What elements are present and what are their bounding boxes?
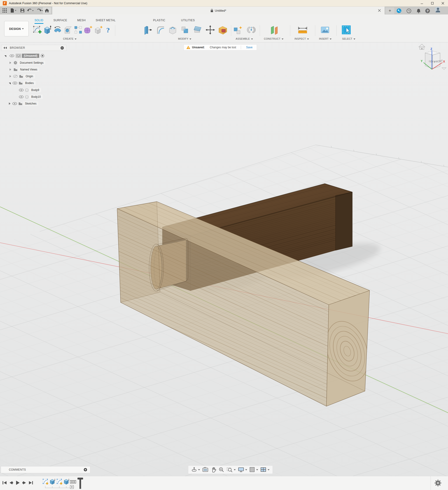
- zoom-window-icon[interactable]: [227, 467, 236, 472]
- tab-surface[interactable]: SURFACE: [53, 19, 67, 24]
- move-copy-icon[interactable]: [205, 24, 215, 36]
- preferences-gear-icon[interactable]: [434, 480, 441, 487]
- timeline-expand-group-icon[interactable]: [70, 485, 74, 489]
- row-label[interactable]: Bodies: [23, 81, 36, 85]
- collapse-panel-icon[interactable]: [3, 46, 7, 49]
- help-icon[interactable]: ?: [425, 8, 430, 14]
- close-tab-icon[interactable]: [378, 9, 381, 12]
- derive-icon[interactable]: [94, 24, 104, 36]
- browser-row-named-views[interactable]: Named Views: [9, 67, 39, 72]
- timeline-step-forward-icon[interactable]: [21, 479, 27, 487]
- row-label[interactable]: Sketches: [23, 102, 38, 106]
- look-at-icon[interactable]: [202, 467, 208, 472]
- pan-icon[interactable]: [211, 467, 216, 472]
- group-construct[interactable]: CONSTRUCT: [264, 37, 283, 40]
- visibility-eye-icon[interactable]: [19, 96, 24, 98]
- joint-icon[interactable]: [246, 24, 256, 36]
- revolve-icon[interactable]: [53, 24, 62, 36]
- notifications-icon[interactable]: [416, 8, 422, 14]
- panel-options-icon[interactable]: [61, 46, 64, 50]
- tab-sheet-metal[interactable]: SHEET METAL: [96, 19, 116, 24]
- avatar[interactable]: [434, 7, 440, 13]
- construction-plane-icon[interactable]: [270, 24, 279, 36]
- group-assemble[interactable]: ASSEMBLE: [236, 37, 253, 40]
- row-label[interactable]: Document Settings: [18, 61, 45, 65]
- active-document-radio[interactable]: [41, 54, 44, 58]
- tab-solid[interactable]: SOLID: [35, 19, 44, 24]
- browser-row-sketches[interactable]: Sketches: [9, 101, 38, 106]
- collapsed-icon[interactable]: [9, 61, 11, 64]
- close-button[interactable]: [438, 0, 448, 7]
- collapsed-icon[interactable]: [9, 75, 11, 78]
- split-body-icon[interactable]: [193, 24, 202, 36]
- group-create[interactable]: CREATE: [63, 37, 77, 40]
- browser-row-document[interactable]: (Unsaved): [4, 53, 45, 58]
- create-sketch-icon[interactable]: [32, 24, 42, 36]
- timeline-skip-end-icon[interactable]: [28, 479, 34, 487]
- extrude-icon[interactable]: [43, 24, 52, 36]
- shell-icon[interactable]: [168, 24, 177, 36]
- visibility-off-eye-icon[interactable]: [13, 75, 18, 78]
- create-help-icon[interactable]: ?: [104, 24, 112, 36]
- expanded-icon[interactable]: [9, 83, 11, 85]
- timeline-sketch-feature[interactable]: [42, 478, 48, 486]
- grid-snap-icon[interactable]: [249, 467, 258, 472]
- chevron-down-icon[interactable]: [268, 469, 270, 470]
- browser-header[interactable]: BROWSER: [1, 45, 67, 51]
- visibility-eye-icon[interactable]: [19, 89, 24, 91]
- measure-icon[interactable]: [298, 24, 307, 36]
- zoom-icon[interactable]: [219, 467, 224, 472]
- 3d-viewport[interactable]: LEFT FRONT Z Y X: [0, 0, 448, 490]
- viewcube-home-icon[interactable]: [419, 44, 425, 50]
- file-menu-icon[interactable]: [9, 7, 17, 14]
- group-inspect[interactable]: INSPECT: [294, 37, 309, 40]
- tab-plastic[interactable]: PLASTIC: [153, 19, 165, 24]
- row-label[interactable]: Origin: [24, 74, 35, 79]
- timeline-scrubber[interactable]: [77, 477, 84, 489]
- browser-row-origin[interactable]: Origin: [9, 74, 35, 79]
- save-icon[interactable]: [19, 7, 26, 14]
- viewcube[interactable]: LEFT FRONT Z Y X: [419, 44, 446, 70]
- browser-row-body9[interactable]: Body9: [18, 88, 41, 93]
- undo-icon[interactable]: [26, 7, 35, 14]
- add-comment-icon[interactable]: [84, 468, 87, 472]
- pattern-icon[interactable]: [73, 24, 83, 36]
- visibility-eye-icon[interactable]: [12, 102, 17, 105]
- timeline-sketch-feature[interactable]: [56, 478, 62, 486]
- orbit-icon[interactable]: [191, 467, 200, 473]
- display-settings-icon[interactable]: [238, 467, 247, 472]
- new-tab-button[interactable]: +: [386, 8, 394, 14]
- comments-bar[interactable]: COMMENTS: [1, 466, 90, 473]
- timeline-extrude-feature[interactable]: [49, 478, 55, 486]
- timeline-skip-start-icon[interactable]: [2, 479, 8, 487]
- create-form-icon[interactable]: [84, 24, 93, 36]
- extensions-icon[interactable]: [396, 8, 402, 14]
- timeline-extrude-feature[interactable]: [63, 478, 69, 486]
- collapsed-icon[interactable]: [9, 102, 10, 105]
- row-label[interactable]: Body10: [29, 95, 43, 99]
- press-pull-icon[interactable]: [143, 24, 153, 36]
- fillet-icon[interactable]: [155, 24, 165, 36]
- visibility-eye-icon[interactable]: [13, 82, 17, 85]
- chevron-down-icon[interactable]: [245, 469, 247, 470]
- combine-icon[interactable]: [180, 24, 190, 36]
- select-icon[interactable]: [341, 24, 351, 36]
- insert-image-icon[interactable]: [320, 24, 330, 36]
- timeline-play-icon[interactable]: [15, 479, 20, 487]
- workspace-selector[interactable]: DESIGN: [4, 21, 29, 36]
- hole-icon[interactable]: [63, 24, 73, 36]
- new-component-icon[interactable]: [233, 24, 243, 36]
- row-label[interactable]: Named Views: [18, 67, 39, 72]
- home-view-button[interactable]: [43, 7, 51, 14]
- tab-utilities[interactable]: UTILITIES: [181, 19, 195, 24]
- viewcube-menu-icon[interactable]: [442, 68, 446, 70]
- job-status-icon[interactable]: [406, 8, 412, 14]
- chevron-down-icon[interactable]: [198, 469, 200, 470]
- timeline-step-back-icon[interactable]: [9, 479, 14, 487]
- group-insert[interactable]: INSERT: [319, 37, 332, 40]
- visibility-eye-icon[interactable]: [9, 54, 14, 57]
- maximize-button[interactable]: [427, 0, 438, 7]
- data-panel-icon[interactable]: [1, 7, 8, 14]
- browser-row-bodies[interactable]: Bodies: [9, 80, 36, 86]
- minimize-button[interactable]: [416, 0, 427, 7]
